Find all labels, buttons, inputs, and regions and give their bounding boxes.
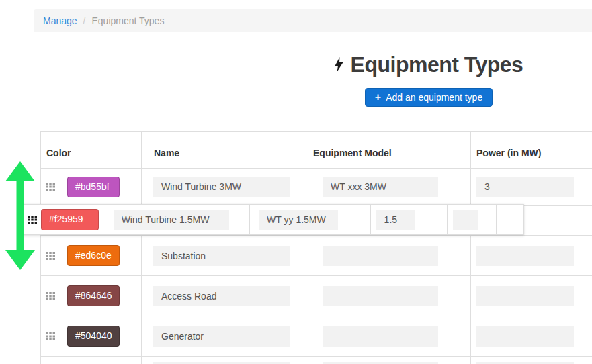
power-input[interactable] xyxy=(476,246,574,266)
add-equipment-type-button[interactable]: + Add an equipment type xyxy=(365,88,493,107)
add-button-label: Add an equipment type xyxy=(386,92,482,103)
header-power: Power (in MW) xyxy=(471,132,592,169)
power-input[interactable] xyxy=(476,326,574,347)
drag-handle-icon[interactable] xyxy=(28,216,37,224)
model-input[interactable] xyxy=(323,246,438,266)
color-swatch[interactable]: #f25959 xyxy=(41,209,99,230)
table-row: #ed6c0e xyxy=(41,236,592,276)
breadcrumb-separator: / xyxy=(83,15,86,26)
table-row xyxy=(41,357,592,364)
drag-handle-icon[interactable] xyxy=(46,292,55,300)
color-swatch[interactable]: #504040 xyxy=(67,326,120,347)
dragged-row[interactable]: #f25959 xyxy=(20,204,524,235)
color-swatch[interactable]: #bd55bf xyxy=(67,177,120,197)
extra-input[interactable] xyxy=(453,210,478,230)
model-input[interactable] xyxy=(323,286,438,306)
page-title-text: Equipment Types xyxy=(351,52,523,77)
power-input[interactable] xyxy=(476,286,574,306)
color-swatch[interactable]: #ed6c0e xyxy=(67,245,120,266)
plus-icon: + xyxy=(375,92,381,103)
breadcrumb-current: Equipment Types xyxy=(91,15,164,26)
name-input[interactable] xyxy=(153,286,290,306)
drag-handle-icon[interactable] xyxy=(46,183,55,191)
table-header-row: Color Name Equipment Model Power (in MW) xyxy=(41,132,592,169)
name-input[interactable] xyxy=(114,210,229,230)
model-input[interactable] xyxy=(259,210,338,230)
color-swatch[interactable]: #864646 xyxy=(67,285,120,306)
lightning-bolt-icon xyxy=(335,52,343,77)
drag-handle-icon[interactable] xyxy=(46,252,55,260)
model-input[interactable] xyxy=(323,326,438,347)
table-row: #504040 xyxy=(41,316,592,357)
table-row: #864646 xyxy=(41,276,592,316)
name-input[interactable] xyxy=(153,177,290,197)
header-color: Color xyxy=(41,132,142,169)
header-model: Equipment Model xyxy=(306,132,471,169)
breadcrumb: Manage / Equipment Types xyxy=(34,9,592,32)
name-input[interactable] xyxy=(153,326,290,347)
header-name: Name xyxy=(142,132,306,169)
power-input[interactable] xyxy=(476,177,574,197)
equipment-types-table: Color Name Equipment Model Power (in MW)… xyxy=(40,131,592,364)
name-input[interactable] xyxy=(153,246,290,266)
page-title: Equipment Types xyxy=(335,52,523,77)
power-input[interactable] xyxy=(376,210,415,230)
drag-handle-icon[interactable] xyxy=(46,332,55,340)
table-row: #bd55bf xyxy=(41,169,592,206)
model-input[interactable] xyxy=(323,177,438,197)
breadcrumb-link-manage[interactable]: Manage xyxy=(43,15,77,26)
